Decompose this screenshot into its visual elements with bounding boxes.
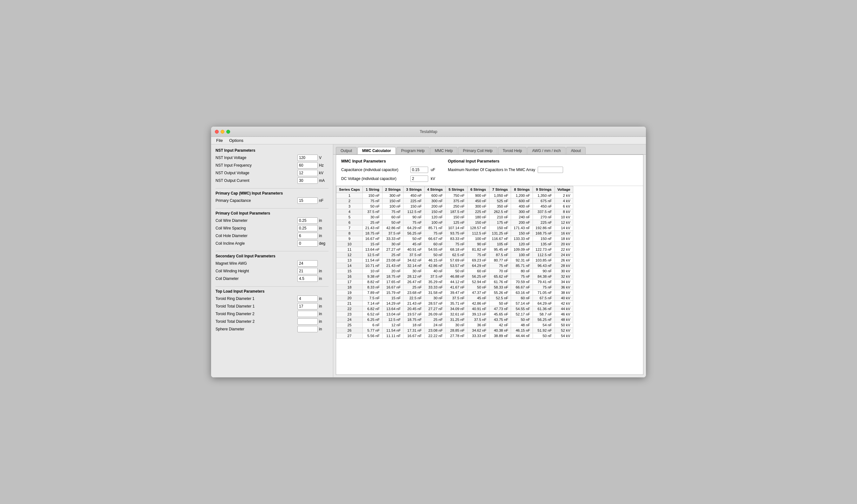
maximize-button[interactable] <box>226 130 230 134</box>
table-cell-22-1: 6.52 nF <box>363 312 382 317</box>
table-cell-26-7: 38.89 nF <box>489 333 511 339</box>
table-cell-9-8: 120 nF <box>511 241 533 247</box>
tab-output[interactable]: Output <box>336 147 357 154</box>
table-cell-9-10: 20 kV <box>555 241 573 247</box>
table-cell-3-7: 262.5 nF <box>489 209 511 215</box>
table-cell-14-9: 90 nF <box>533 269 555 274</box>
dc-voltage-label: DC Voltage (individual capacitor) <box>341 177 408 181</box>
tab-mmc-calculator[interactable]: MMC Calculator <box>357 147 396 154</box>
table-cell-11-3: 37.5 nF <box>403 252 424 258</box>
table-cell-0-4: 600 nF <box>424 193 445 198</box>
menu-item-file[interactable]: File <box>214 137 225 144</box>
table-cell-25-8: 46.15 nF <box>511 328 533 333</box>
table-row: 207.5 nF15 nF22.5 nF30 nF37.5 nF45 nF52.… <box>336 296 573 301</box>
nst-input-voltage-field[interactable] <box>298 154 318 161</box>
table-cell-20-2: 14.29 nF <box>383 301 403 306</box>
table-cell-0-10: 2 kV <box>555 193 573 198</box>
table-cell-0-5: 750 nF <box>445 193 467 198</box>
nst-output-current-field[interactable] <box>298 178 318 184</box>
table-row: 275 nF150 nF225 nF300 nF375 nF450 nF525 … <box>336 198 573 204</box>
table-cell-17-1: 8.33 nF <box>363 285 382 290</box>
nst-input-frequency-field[interactable] <box>298 162 318 169</box>
table-cell-16-1: 8.82 nF <box>363 279 382 285</box>
coil-hole-diameter-field[interactable] <box>298 233 318 239</box>
table-cell-3-6: 225 nF <box>467 209 489 215</box>
table-row: 625 nF50 nF75 nF100 nF125 nF150 nF175 nF… <box>336 220 573 225</box>
table-cell-7-10: 16 kV <box>555 231 573 236</box>
nst-output-voltage-field[interactable] <box>298 170 318 176</box>
table-cell-25-5: 28.85 nF <box>445 328 467 333</box>
coil-wire-diameter-unit: in <box>319 218 329 223</box>
coil-wire-spacing-row: Coil Wire Spacing in <box>216 225 329 231</box>
primary-capacitance-field[interactable] <box>298 197 318 204</box>
table-cell-16-10: 34 kV <box>555 279 573 285</box>
table-row: 1150 nF300 nF450 nF600 nF750 nF900 nF1,0… <box>336 193 573 198</box>
table-row: 275.56 nF11.11 nF16.67 nF22.22 nF27.78 n… <box>336 333 573 339</box>
table-cell-6-3: 64.29 nF <box>403 225 424 231</box>
table-cell-8-9: 150 nF <box>533 236 555 241</box>
table-cell-21-8: 54.55 nF <box>511 306 533 312</box>
table-cell-3-1: 37.5 nF <box>363 209 382 215</box>
coil-diameter-field[interactable] <box>298 275 318 282</box>
table-cell-22-4: 26.09 nF <box>424 312 445 317</box>
table-cell-10-9: 122.73 nF <box>533 247 555 252</box>
table-cell-11-10: 24 kV <box>555 252 573 258</box>
coil-incline-angle-field[interactable] <box>298 240 318 247</box>
mmc-table-container[interactable]: Series Caps 1 String 2 Strings 3 Strings… <box>336 186 643 374</box>
table-cell-25-3: 17.31 nF <box>403 328 424 333</box>
tab-awg-mm-inch[interactable]: AWG / mm / inch <box>527 147 565 154</box>
toroid-ring-diameter-2-field[interactable] <box>298 311 318 317</box>
title-bar: TeslaMap <box>211 127 646 137</box>
table-cell-16-3: 26.47 nF <box>403 279 424 285</box>
tab-primary-coil-help[interactable]: Primary Coil Help <box>458 147 497 154</box>
table-cell-11-2: 25 nF <box>383 252 403 258</box>
table-cell-24-1: 6 nF <box>363 322 382 328</box>
coil-winding-height-field[interactable] <box>298 268 318 274</box>
dc-voltage-input[interactable] <box>410 175 428 182</box>
top-load-title: Top Load Input Parameters <box>216 289 329 293</box>
nst-output-current-label: NST Output Current <box>216 178 298 183</box>
magnet-wire-awg-label: Magnet Wire AWG <box>216 261 298 266</box>
close-button[interactable] <box>215 130 219 134</box>
toroid-ring-diameter-1-field[interactable] <box>298 296 318 302</box>
table-cell-14-5: 50 nF <box>445 269 467 274</box>
mmc-params-section: MMC Input Parameters Capacitance (indivi… <box>336 155 643 186</box>
tab-toroid-help[interactable]: Toroid Help <box>498 147 527 154</box>
table-cell-12-6: 69.23 nF <box>467 258 489 263</box>
magnet-wire-awg-field[interactable] <box>298 260 318 267</box>
table-cell-21-10: 44 kV <box>555 306 573 312</box>
capacitance-input[interactable] <box>410 167 428 173</box>
max-capacitors-input[interactable] <box>538 167 563 173</box>
table-cell-19-4: 30 nF <box>424 296 445 301</box>
table-cell-19-6: 45 nF <box>467 296 489 301</box>
minimize-button[interactable] <box>221 130 224 134</box>
nst-input-voltage-row: NST Input Voltage V <box>216 154 329 161</box>
table-cell-8-2: 33.33 nF <box>383 236 403 241</box>
coil-wire-spacing-field[interactable] <box>298 225 318 231</box>
toroid-total-diameter-2-row: Toroid Total Diameter 2 in <box>216 318 329 325</box>
table-cell-4-3: 90 nF <box>403 215 424 220</box>
table-cell-14-10: 30 kV <box>555 269 573 274</box>
table-cell-17-5: 41.67 nF <box>445 285 467 290</box>
tab-about[interactable]: About <box>566 147 586 154</box>
table-cell-18-0: 19 <box>336 290 363 296</box>
table-cell-21-4: 27.27 nF <box>424 306 445 312</box>
table-cell-17-4: 33.33 nF <box>424 285 445 290</box>
table-cell-4-10: 10 kV <box>555 215 573 220</box>
sphere-diameter-field[interactable] <box>298 326 318 332</box>
magnet-wire-awg-row: Magnet Wire AWG <box>216 260 329 267</box>
nst-output-voltage-unit: kV <box>319 171 329 175</box>
table-row: 818.75 nF37.5 nF56.25 nF75 nF93.75 nF112… <box>336 231 573 236</box>
table-cell-10-7: 95.45 nF <box>489 247 511 252</box>
toroid-total-diameter-1-field[interactable] <box>298 303 318 309</box>
tab-mmc-help[interactable]: MMC Help <box>430 147 458 154</box>
coil-wire-diameter-field[interactable] <box>298 217 318 224</box>
menu-item-options[interactable]: Options <box>226 137 246 144</box>
tab-program-help[interactable]: Program Help <box>397 147 430 154</box>
table-cell-7-6: 112.5 nF <box>467 231 489 236</box>
toroid-total-diameter-2-field[interactable] <box>298 318 318 325</box>
primary-capacitance-unit: nF <box>319 198 329 203</box>
table-cell-18-5: 39.47 nF <box>445 290 467 296</box>
table-cell-9-4: 60 nF <box>424 241 445 247</box>
table-cell-24-8: 48 nF <box>511 322 533 328</box>
